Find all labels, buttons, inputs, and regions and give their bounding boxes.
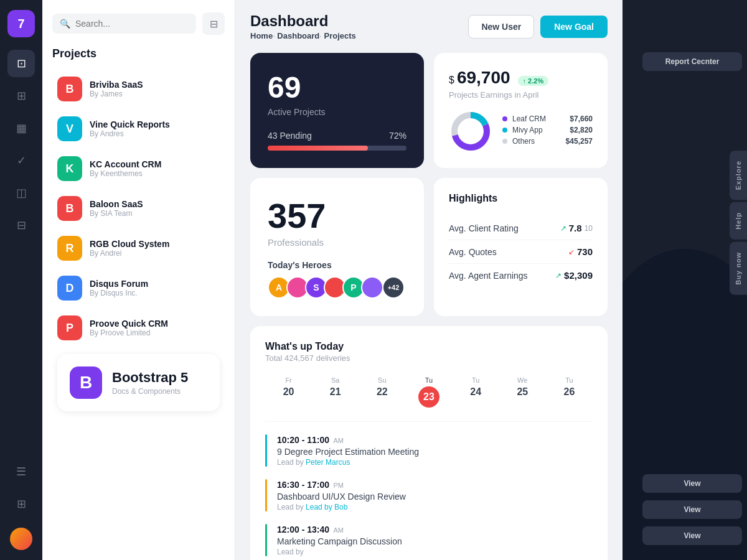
earnings-dollar: $ <box>449 75 454 86</box>
sidebar-tab[interactable]: Help <box>730 202 747 240</box>
project-logo: V <box>57 116 82 141</box>
ap-percent: 72% <box>389 131 406 141</box>
event-time: 10:20 - 11:00 <box>277 435 329 445</box>
breadcrumb-current[interactable]: Projects <box>324 31 356 40</box>
sidebar-view-button[interactable]: View <box>642 526 742 545</box>
calendar-day[interactable]: Tu 24 <box>453 373 499 411</box>
project-logo: B <box>57 196 82 221</box>
nav-icon-grid[interactable]: ⊞ <box>7 82 35 110</box>
highlight-arrow: ↗ <box>555 271 561 280</box>
sidebar-tab[interactable]: Explore <box>730 151 747 200</box>
legend-dot <box>502 116 507 121</box>
project-by: By Andres <box>90 129 220 138</box>
professionals-label: Professionals <box>268 237 406 248</box>
calendar-event: 10:20 - 11:00 AM 9 Degree Project Estima… <box>265 434 593 467</box>
highlights-title: Highlights <box>449 193 593 204</box>
calendar-day[interactable]: Su 22 <box>359 373 405 411</box>
calendar-day[interactable]: Tu 23 <box>405 373 452 411</box>
bootstrap-card[interactable]: B Bootstrap 5 Docs & Components <box>57 354 220 411</box>
report-center-button[interactable]: Report Cecnter <box>642 52 742 71</box>
top-actions: New User New Goal <box>468 15 608 39</box>
donut-chart <box>449 110 492 153</box>
nav-icon-check[interactable]: ✓ <box>7 147 35 174</box>
main-content: Dashboard Home· Dashboard· Projects New … <box>235 0 622 560</box>
filter-button[interactable]: ⊟ <box>202 12 225 35</box>
new-user-button[interactable]: New User <box>468 15 534 39</box>
bootstrap-docs[interactable]: Docs & Components <box>112 387 188 396</box>
cal-day-num: 21 <box>314 386 356 398</box>
event-lead-link[interactable]: Peter Marcus <box>306 458 350 467</box>
project-name: Vine Quick Reports <box>90 119 220 129</box>
sidebar-view-button[interactable]: View <box>642 474 742 493</box>
ap-pending-text: 43 Pending <box>268 131 312 141</box>
project-list-item[interactable]: D Disqus Forum By Disqus Inc. <box>52 269 225 307</box>
legend-value: $45,257 <box>566 137 593 146</box>
search-input[interactable] <box>75 19 189 29</box>
nav-user-avatar[interactable] <box>10 528 32 550</box>
right-sidebar: Report Cecnter ExploreHelpBuy now ViewVi… <box>622 0 747 560</box>
event-content: 16:30 - 17:00 PM Dashboard UI/UX Design … <box>277 479 593 511</box>
legend-dot <box>502 128 507 133</box>
cal-day-name: Tu <box>548 376 590 384</box>
event-lead-link[interactable]: Lead by Bob <box>306 503 347 511</box>
calendar-day[interactable]: Sa 21 <box>312 373 359 411</box>
project-list-item[interactable]: P Proove Quick CRM By Proove Limited <box>52 309 225 347</box>
professionals-card: 357 Professionals Today's Heroes ASP+42 <box>250 178 424 316</box>
breadcrumb: Home· Dashboard· Projects <box>250 31 356 40</box>
highlight-label: Avg. Agent Earnings <box>449 271 528 281</box>
highlight-label: Avg. Client Rating <box>449 223 519 233</box>
highlight-row: Avg. Agent Earnings ↗ $2,309 <box>449 264 593 287</box>
sidebar-tab[interactable]: Buy now <box>730 242 747 295</box>
event-time-suffix: AM <box>334 437 344 444</box>
legend-label: Leaf CRM <box>512 114 546 123</box>
active-projects-number: 69 <box>268 70 406 105</box>
nav-icon-briefcase[interactable]: ⊟ <box>7 212 35 239</box>
highlight-label: Avg. Quotes <box>449 247 497 257</box>
highlights-card: Highlights Avg. Client Rating ↗ 7.8 10 A… <box>434 178 608 316</box>
nav-icon-settings[interactable]: ⊞ <box>7 490 35 518</box>
project-logo: K <box>57 156 82 181</box>
nav-icon-chart[interactable]: ▦ <box>7 114 35 142</box>
breadcrumb-home[interactable]: Home <box>250 31 273 40</box>
heroes-more[interactable]: +42 <box>382 276 405 299</box>
legend-item: Others $45,257 <box>502 137 593 146</box>
event-lead: Lead by <box>277 548 593 556</box>
project-list-item[interactable]: V Vine Quick Reports By Andres <box>52 110 225 147</box>
project-list: B Briviba SaaS By James V Vine Quick Rep… <box>52 70 225 347</box>
project-logo: B <box>57 77 82 101</box>
earnings-label: Projects Earnings in April <box>449 90 593 100</box>
professionals-number: 357 <box>268 195 406 236</box>
progress-bar-fill <box>268 146 368 151</box>
new-goal-button[interactable]: New Goal <box>540 16 608 38</box>
legend-dot <box>502 139 507 144</box>
sidebar-view-button[interactable]: View <box>642 500 742 519</box>
nav-icon-dashboard[interactable]: ⊡ <box>7 50 35 77</box>
project-name: KC Account CRM <box>90 159 220 169</box>
cal-day-num: 25 <box>502 386 543 398</box>
earnings-card: $ 69,700 ↑ 2.2% Projects Earnings in Apr… <box>434 53 608 168</box>
project-list-item[interactable]: R RGB Cloud System By Andrei <box>52 230 225 267</box>
project-by: By Proove Limited <box>90 329 220 337</box>
nav-icon-layers[interactable]: ◫ <box>7 179 35 207</box>
project-logo: R <box>57 236 82 261</box>
calendar-day[interactable]: Fr 20 <box>265 373 312 411</box>
legend-label: Others <box>512 137 535 146</box>
breadcrumb-dashboard[interactable]: Dashboard <box>277 31 319 40</box>
active-projects-label: Active Projects <box>268 107 406 117</box>
event-time-suffix: PM <box>334 482 344 489</box>
search-box[interactable]: 🔍 <box>52 14 196 34</box>
nav-icon-chat[interactable]: ☰ <box>7 458 35 485</box>
project-info: Baloon SaaS By SIA Team <box>90 199 220 218</box>
calendar-day[interactable]: Tu 26 <box>546 373 593 411</box>
project-list-item[interactable]: B Baloon SaaS By SIA Team <box>52 190 225 227</box>
calendar-event: 12:00 - 13:40 AM Marketing Campaign Disc… <box>265 524 593 556</box>
project-info: Vine Quick Reports By Andres <box>90 119 220 138</box>
project-list-item[interactable]: K KC Account CRM By Keenthemes <box>52 150 225 187</box>
calendar-subtitle: Total 424,567 deliveries <box>265 353 593 363</box>
cal-day-num: 26 <box>548 386 590 398</box>
nav-avatar[interactable]: 7 <box>7 10 35 37</box>
calendar-day[interactable]: We 25 <box>499 373 546 411</box>
hero-avatar[interactable] <box>361 276 383 299</box>
cal-day-name: Tu <box>408 376 449 384</box>
project-list-item[interactable]: B Briviba SaaS By James <box>52 70 225 108</box>
